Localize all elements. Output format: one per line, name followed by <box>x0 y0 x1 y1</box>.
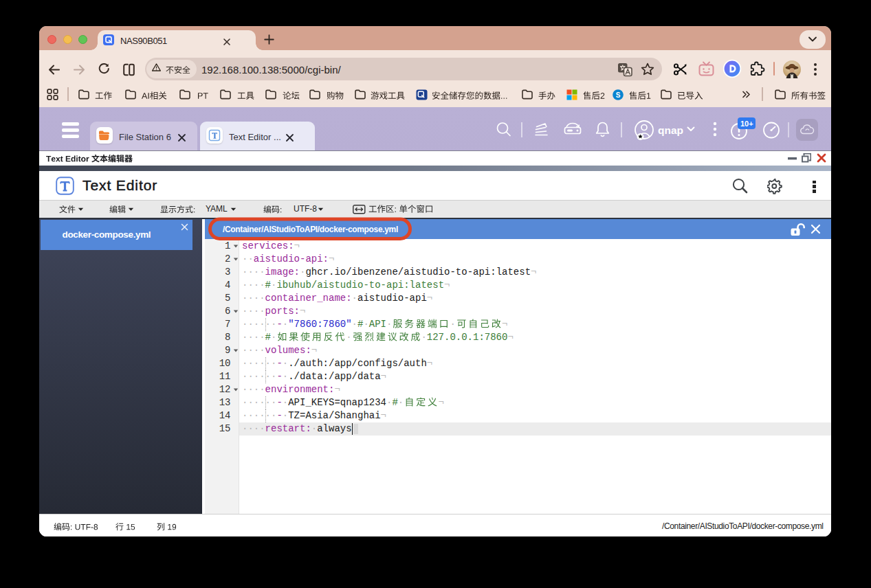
svg-text:S: S <box>616 91 621 99</box>
